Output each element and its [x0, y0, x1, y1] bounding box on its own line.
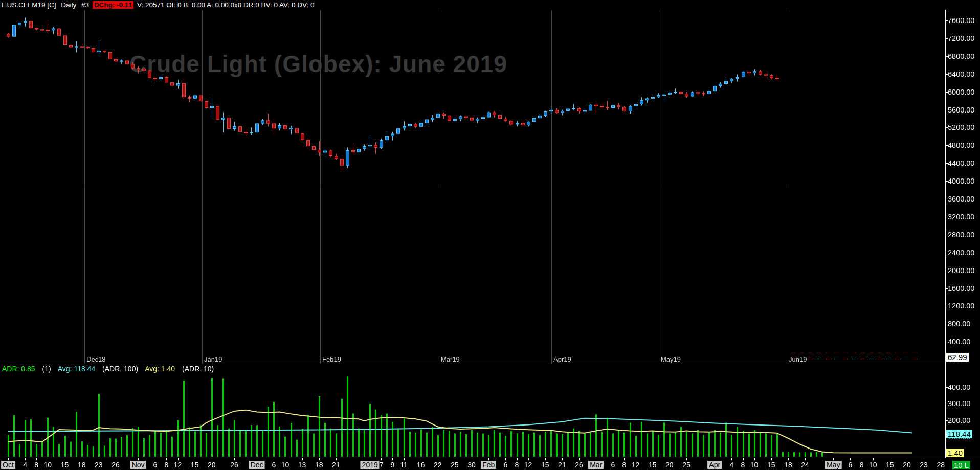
date-axis-month-label: Feb — [481, 461, 496, 469]
date-axis-day-label: 13 — [298, 461, 306, 469]
price-chart-canvas[interactable] — [0, 0, 980, 470]
price-axis-label: 6800.00 — [948, 52, 974, 60]
month-gridline-label: Dec18 — [86, 355, 106, 363]
month-gridline-label: Jun19 — [789, 355, 807, 363]
date-axis-day-label: 26 — [575, 461, 583, 469]
avg10-value-label: Avg: 1.40 — [145, 365, 175, 373]
month-gridline-label: Mar19 — [441, 355, 460, 363]
price-axis-label: 4800.00 — [948, 141, 974, 149]
date-axis-month-label: 2019 — [361, 461, 380, 469]
date-axis-day-label: 9 — [390, 461, 394, 469]
price-axis-label: 400.00 — [948, 338, 970, 346]
date-axis-day-label: 8 — [515, 461, 519, 469]
date-axis-day-label: 23 — [95, 461, 103, 469]
date-axis-month-label: Nov — [130, 461, 146, 469]
adr-axis-label: 200.00 — [948, 416, 970, 424]
date-axis-day-label: 6 — [272, 461, 276, 469]
price-axis-label: 5600.00 — [948, 106, 974, 114]
price-axis-label: 2400.00 — [948, 249, 974, 257]
adr-value-label: ADR: 0.85 — [2, 365, 35, 373]
adr-axis-label: 300.00 — [948, 399, 970, 408]
price-axis-label: 3200.00 — [948, 213, 974, 221]
date-axis-day-label: 21 — [332, 461, 340, 469]
date-axis-day-label: 10 — [869, 461, 877, 469]
date-axis-month-label: May — [825, 461, 841, 469]
avg10-param-label: (ADR, 10) — [182, 365, 214, 373]
date-axis-day-label: 16 — [417, 461, 425, 469]
price-axis-label: 4000.00 — [948, 177, 974, 185]
month-gridline-label: Jan19 — [204, 355, 222, 363]
date-axis-day-label: 12 — [524, 461, 532, 469]
date-axis-day-label: 18 — [78, 461, 86, 469]
avg100-param-label: (ADR, 100) — [102, 365, 138, 373]
date-axis-day-label: 25 — [682, 461, 691, 469]
bars-left-badge: 10 L — [952, 461, 970, 469]
date-axis-day-label: 6 — [611, 461, 615, 469]
date-axis-day-label: 8 — [622, 461, 627, 469]
date-axis-month-label: Dec — [249, 461, 265, 469]
date-axis-day-label: 6 — [503, 461, 507, 469]
date-axis-day-label: 15 — [649, 461, 657, 469]
price-axis-label: 6400.00 — [948, 70, 974, 78]
date-axis-day-label: 10 — [44, 461, 52, 469]
price-axis-label: 2800.00 — [948, 231, 974, 239]
adr-study-header: ADR: 0.85 (1) Avg: 118.44 (ADR, 100) Avg… — [2, 365, 219, 373]
price-axis-label: 1200.00 — [948, 302, 974, 310]
date-axis-day-label: 22 — [434, 461, 442, 469]
date-axis-day-label: 15 — [541, 461, 549, 469]
date-axis-day-label: 28 — [937, 461, 945, 469]
date-axis-day-label: 26 — [112, 461, 120, 469]
date-axis-month-label: Oct — [1, 461, 15, 469]
date-axis-day-label: 20 — [665, 461, 674, 469]
date-axis-day-label: 4 — [23, 461, 27, 469]
date-axis-day-label: 6 — [849, 461, 853, 469]
chart-window: F.US.CLEM19 [C] Daily #3 DChg: -0.11 V: … — [0, 0, 980, 470]
avg10-value-badge: 1.40 — [946, 449, 964, 457]
date-axis-day-label: 10 — [750, 461, 759, 469]
price-axis-label: 2000.00 — [948, 266, 974, 275]
date-axis-day-label: 8 — [860, 461, 864, 469]
price-axis-label: 5200.00 — [948, 123, 974, 131]
date-axis-day-label: 21 — [558, 461, 566, 469]
date-axis-day-label: 8 — [34, 461, 38, 469]
last-price-badge: 62.99 — [946, 353, 969, 362]
month-gridline-label: Apr19 — [553, 355, 571, 363]
price-axis-label: 7600.00 — [948, 16, 974, 25]
date-axis-day-label: 12 — [632, 461, 640, 469]
date-axis-day-label: 12 — [174, 461, 182, 469]
date-axis-day-label: 15 — [61, 461, 69, 469]
date-axis-day-label: 20 — [903, 461, 911, 469]
date-axis-month-label: Apr — [707, 461, 722, 469]
avg100-value-label: Avg: 118.44 — [58, 365, 95, 373]
date-axis-day-label: 6 — [153, 461, 157, 469]
adr-axis-label: 400.00 — [948, 383, 970, 391]
date-axis-day-label: 11 — [400, 461, 408, 469]
date-axis-day-label: 15 — [886, 461, 894, 469]
date-axis-month-label: Mar — [588, 461, 604, 469]
date-axis-day-label: 4 — [729, 461, 733, 469]
date-axis-day-label: 30 — [467, 461, 476, 469]
adr-param-label: (1) — [42, 365, 51, 373]
price-axis-label: 7200.00 — [948, 34, 974, 42]
price-axis-label: 800.00 — [948, 320, 970, 328]
date-axis-day-label: 24 — [801, 461, 809, 469]
date-axis-day-label: 23 — [920, 461, 928, 469]
date-axis-day-label: 20 — [208, 461, 216, 469]
date-axis-day-label: 15 — [191, 461, 199, 469]
date-axis-day-label: 7 — [379, 461, 383, 469]
price-axis-label: 3600.00 — [948, 195, 974, 203]
date-axis-day-label: 25 — [451, 461, 459, 469]
month-gridline-label: May19 — [661, 355, 681, 363]
price-axis-label: 1600.00 — [948, 284, 974, 293]
month-gridline-label: Feb19 — [322, 355, 341, 363]
price-axis-label: 4400.00 — [948, 159, 974, 167]
avg100-value-badge: 118.44 — [946, 430, 972, 438]
date-axis-day-label: 10 — [281, 461, 289, 469]
date-axis-day-label: 15 — [767, 461, 775, 469]
date-axis-day-label: 18 — [784, 461, 792, 469]
date-axis-day-label: 8 — [741, 461, 745, 469]
date-axis-day-label: 26 — [230, 461, 238, 469]
price-axis-label: 6000.00 — [948, 88, 974, 96]
date-axis-day-label: 8 — [164, 461, 168, 469]
date-axis-day-label: 18 — [315, 461, 323, 469]
